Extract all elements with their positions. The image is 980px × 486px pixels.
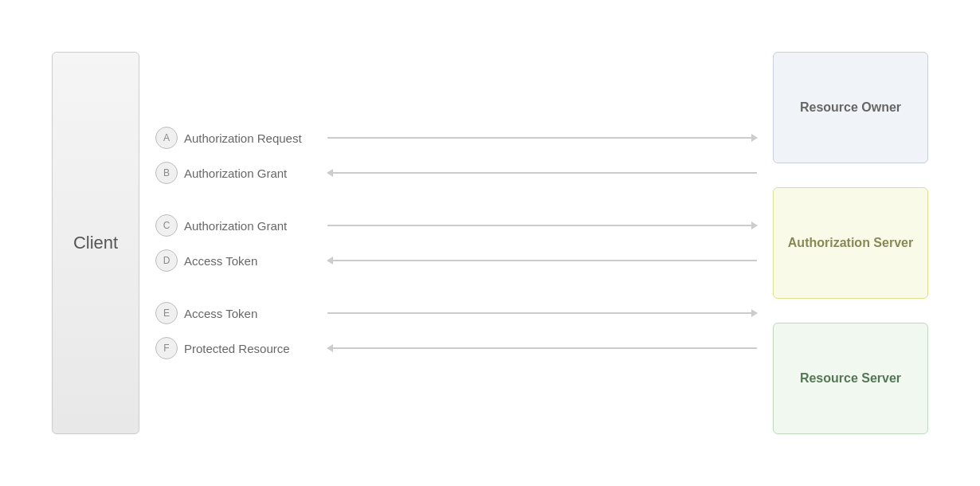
- badge-f: F: [155, 337, 178, 359]
- arrow-row-a: A Authorization Request: [155, 126, 757, 150]
- oauth-diagram: Client A Authorization Request B Authori…: [52, 20, 928, 466]
- line-b: [327, 172, 757, 174]
- label-c: Authorization Grant: [184, 219, 327, 233]
- client-box: Client: [52, 52, 139, 434]
- client-label: Client: [73, 233, 118, 253]
- arrow-line-c: [327, 225, 757, 226]
- resource-owner-label: Resource Owner: [792, 92, 909, 123]
- arrows-middle: A Authorization Request B Authorization …: [139, 52, 773, 434]
- label-a: Authorization Request: [184, 131, 327, 145]
- label-b: Authorization Grant: [184, 167, 327, 180]
- arrow-line-b: [327, 172, 757, 174]
- arrow-group-2: C Authorization Grant D Access Token: [155, 214, 757, 272]
- badge-e: E: [155, 302, 178, 324]
- arrow-row-b: B Authorization Grant: [155, 161, 757, 185]
- arrow-row-d: D Access Token: [155, 249, 757, 272]
- arrow-line-a: [327, 137, 757, 139]
- resource-server-label: Resource Server: [792, 363, 909, 394]
- resource-owner-box: Resource Owner: [773, 52, 928, 163]
- badge-c: C: [155, 214, 178, 237]
- arrow-row-c: C Authorization Grant: [155, 214, 757, 237]
- arrow-group-3: E Access Token F Protected Resource: [155, 301, 757, 360]
- label-d: Access Token: [184, 254, 327, 268]
- arrow-row-e: E Access Token: [155, 301, 757, 325]
- arrow-line-d: [327, 260, 757, 261]
- authorization-server-box: Authorization Server: [773, 187, 928, 299]
- label-e: Access Token: [184, 307, 327, 320]
- right-server-boxes: Resource Owner Authorization Server Reso…: [773, 52, 928, 434]
- line-d: [327, 260, 757, 261]
- line-a: [327, 137, 757, 139]
- badge-b: B: [155, 162, 178, 184]
- label-f: Protected Resource: [184, 342, 327, 355]
- line-c: [327, 225, 757, 226]
- arrow-line-f: [327, 347, 757, 349]
- arrow-line-e: [327, 312, 757, 314]
- badge-d: D: [155, 249, 178, 272]
- badge-a: A: [155, 127, 178, 149]
- line-f: [327, 347, 757, 349]
- authorization-server-label: Authorization Server: [780, 228, 921, 258]
- resource-server-box: Resource Server: [773, 323, 928, 434]
- arrow-group-1: A Authorization Request B Authorization …: [155, 126, 757, 185]
- arrow-row-f: F Protected Resource: [155, 336, 757, 360]
- line-e: [327, 312, 757, 314]
